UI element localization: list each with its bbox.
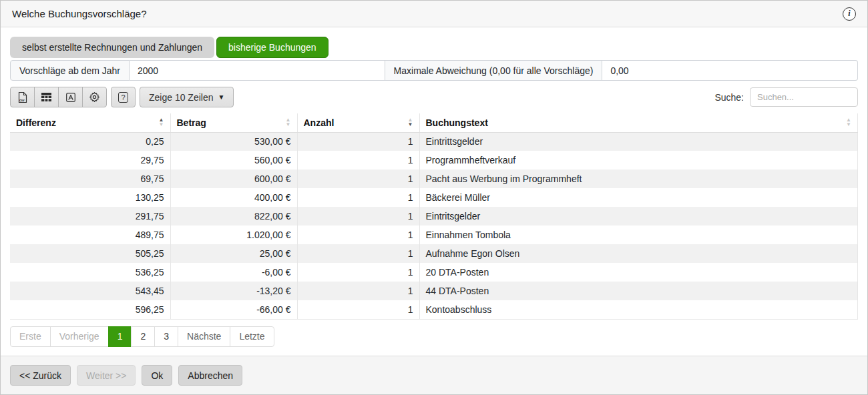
sort-icon: ▲▼	[846, 118, 851, 127]
export-button-group: csv	[10, 87, 107, 107]
suggestions-table-wrap: Differenz ▲▼ Betrag ▲▼ A	[10, 113, 858, 320]
table-cell: 600,00 €	[170, 169, 297, 188]
table-toolbar: csv	[10, 87, 858, 107]
csv-export-icon: csv	[17, 91, 28, 103]
settings-button[interactable]	[82, 87, 107, 107]
csv-export-button[interactable]: csv	[10, 87, 35, 107]
table-cell: Kontoabschluss	[419, 300, 858, 319]
table-cell: 0,25	[10, 132, 170, 151]
table-cell: -6,00 €	[170, 263, 297, 282]
column-header-betrag[interactable]: Betrag ▲▼	[170, 113, 297, 132]
ok-button[interactable]: Ok	[142, 365, 172, 386]
footer-bar: << Zurück Weiter >> Ok Abbrechen	[1, 356, 867, 394]
column-header-differenz[interactable]: Differenz ▲▼	[10, 113, 170, 132]
table-cell: 530,00 €	[170, 132, 297, 151]
pagination-previous-button[interactable]: Vorherige	[50, 326, 109, 347]
table-cell: 536,25	[10, 263, 170, 282]
table-cell: Programmheftverkauf	[419, 151, 858, 169]
table-cell: 69,75	[10, 169, 170, 188]
svg-text:csv: csv	[19, 98, 25, 101]
pagination-page-1-button[interactable]: 1	[108, 326, 132, 347]
table-cell: 1	[297, 226, 419, 244]
table-row[interactable]: 543,45-13,20 €144 DTA-Posten	[10, 282, 858, 300]
table-cell: 1	[297, 169, 419, 188]
info-icon[interactable]: i	[843, 7, 856, 21]
titlebar: Welche Buchungsvorschläge? i	[1, 1, 867, 27]
table-row[interactable]: 69,75600,00 €1Pacht aus Werbung im Progr…	[10, 169, 858, 188]
pagination-next-button[interactable]: Nächste	[178, 326, 230, 347]
buchungsvorschlaege-dialog: Welche Buchungsvorschläge? i selbst erst…	[0, 0, 868, 395]
cancel-button[interactable]: Abbrechen	[178, 365, 242, 386]
table-cell: 1	[297, 263, 419, 282]
table-cell: 1	[297, 282, 419, 300]
table-cell: 1	[297, 207, 419, 226]
search-area: Suche:	[714, 87, 858, 107]
settings-icon	[89, 91, 100, 103]
page-length-dropdown[interactable]: Zeige 10 Zeilen ▼	[140, 87, 234, 107]
search-input[interactable]	[750, 87, 858, 107]
source-tabs: selbst erstellte Rechnungen und Zahlunge…	[10, 37, 858, 58]
table-cell: 291,75	[10, 207, 170, 226]
chevron-down-icon: ▼	[218, 94, 225, 101]
table-cell: 44 DTA-Posten	[419, 282, 858, 300]
table-row[interactable]: 130,25400,00 €1Bäckerei Müller	[10, 188, 858, 207]
pagination-first-button[interactable]: Erste	[10, 326, 51, 347]
sort-icon: ▲▼	[159, 118, 164, 127]
table-row[interactable]: 291,75822,00 €1Eintritsgelder	[10, 207, 858, 226]
table-cell: 20 DTA-Posten	[419, 263, 858, 282]
table-cell: -66,00 €	[170, 300, 297, 319]
help-icon: ?	[118, 92, 128, 103]
column-header-anzahl[interactable]: Anzahl ▲▼	[297, 113, 419, 132]
table-body: 0,25530,00 €1Eintrittsgelder29,75560,00 …	[10, 132, 858, 319]
table-cell: 543,45	[10, 282, 170, 300]
table-cell: Pacht aus Werbung im Programmheft	[419, 169, 858, 188]
dialog-title: Welche Buchungsvorschläge?	[12, 8, 147, 19]
table-cell: 130,25	[10, 188, 170, 207]
table-row[interactable]: 505,2525,00 €1Aufnahme Egon Olsen	[10, 244, 858, 263]
table-cell: 489,75	[10, 226, 170, 244]
table-cell: 400,00 €	[170, 188, 297, 207]
table-row[interactable]: 596,25-66,00 €1Kontoabschluss	[10, 300, 858, 319]
table-row[interactable]: 489,751.020,00 €1Einnahmen Tombola	[10, 226, 858, 244]
table-row[interactable]: 0,25530,00 €1Eintrittsgelder	[10, 132, 858, 151]
table-row[interactable]: 29,75560,00 €1Programmheftverkauf	[10, 151, 858, 169]
excel-export-icon	[41, 92, 52, 102]
suggestions-table: Differenz ▲▼ Betrag ▲▼ A	[10, 113, 858, 320]
tab-selbst-erstellte-rechnungen[interactable]: selbst erstellte Rechnungen und Zahlunge…	[10, 37, 214, 58]
pdf-export-button[interactable]	[58, 87, 83, 107]
table-cell: 29,75	[10, 151, 170, 169]
back-button[interactable]: << Zurück	[10, 365, 71, 386]
table-cell: 1	[297, 188, 419, 207]
table-cell: -13,20 €	[170, 282, 297, 300]
table-cell: 1	[297, 151, 419, 169]
deviation-input[interactable]	[602, 60, 858, 81]
table-cell: 25,00 €	[170, 244, 297, 263]
pdf-export-icon	[65, 92, 76, 103]
deviation-label: Maximale Abweichung (0,00 für alle Vorsc…	[385, 60, 603, 81]
dialog-content: selbst erstellte Rechnungen und Zahlunge…	[1, 27, 867, 356]
table-cell: Eintritsgelder	[419, 207, 858, 226]
pagination-last-button[interactable]: Letzte	[230, 326, 274, 347]
year-input[interactable]	[130, 60, 385, 81]
pagination-page-3-button[interactable]: 3	[154, 326, 178, 347]
table-cell: 822,00 €	[170, 207, 297, 226]
table-cell: Einnahmen Tombola	[419, 226, 858, 244]
next-button[interactable]: Weiter >>	[77, 365, 136, 386]
search-label: Suche:	[714, 92, 744, 103]
table-cell: Eintrittsgelder	[419, 132, 858, 151]
pagination-page-2-button[interactable]: 2	[131, 326, 155, 347]
table-cell: 560,00 €	[170, 151, 297, 169]
sort-icon: ▲▼	[286, 118, 291, 127]
year-label: Vorschläge ab dem Jahr	[10, 60, 130, 81]
excel-export-button[interactable]	[34, 87, 59, 107]
table-cell: 1	[297, 244, 419, 263]
help-button[interactable]: ?	[111, 87, 136, 107]
filter-row: Vorschläge ab dem Jahr Maximale Abweichu…	[10, 60, 858, 81]
table-header-row: Differenz ▲▼ Betrag ▲▼ A	[10, 113, 858, 132]
table-row[interactable]: 536,25-6,00 €120 DTA-Posten	[10, 263, 858, 282]
page-length-label: Zeige 10 Zeilen	[149, 92, 214, 103]
column-header-buchungstext[interactable]: Buchungstext ▲▼	[419, 113, 858, 132]
tab-bisherige-buchungen[interactable]: bisherige Buchungen	[216, 37, 329, 58]
table-cell: Aufnahme Egon Olsen	[419, 244, 858, 263]
pagination: ErsteVorherige123NächsteLetzte	[10, 326, 274, 347]
